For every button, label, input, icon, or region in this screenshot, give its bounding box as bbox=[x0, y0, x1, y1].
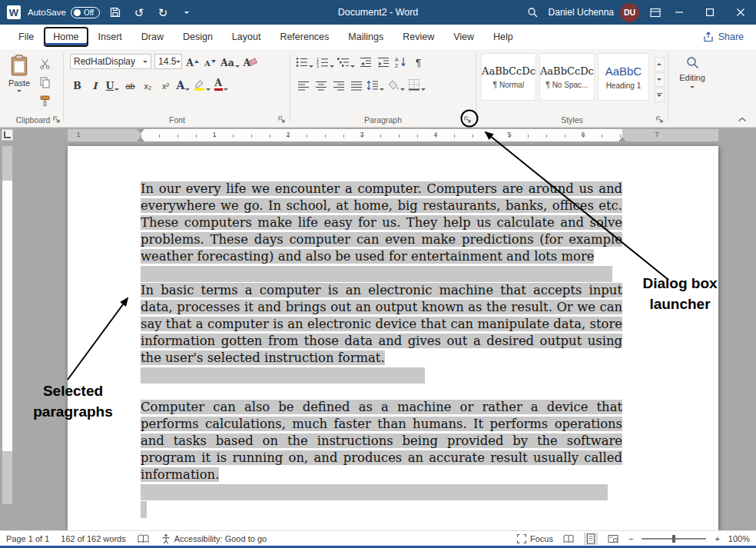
focus-button[interactable]: Focus bbox=[516, 533, 553, 544]
styles-more-button[interactable] bbox=[655, 88, 665, 102]
style-normal[interactable]: AaBbCcDc ¶ Normal bbox=[481, 53, 536, 101]
zoom-level[interactable]: 100% bbox=[728, 534, 750, 543]
tab-stop-selector[interactable] bbox=[2, 129, 13, 141]
user-name[interactable]: Daniel Uchenna bbox=[549, 7, 614, 18]
text-effects-button[interactable]: A bbox=[176, 77, 191, 92]
style-no-spacing[interactable]: AaBbCcDc ¶ No Spac... bbox=[539, 53, 595, 101]
superscript-button[interactable]: x² bbox=[158, 77, 173, 92]
undo-button[interactable]: ↺ bbox=[131, 3, 148, 22]
text-highlight-button[interactable] bbox=[194, 77, 211, 92]
align-right-button[interactable] bbox=[331, 77, 346, 92]
strikethrough-button[interactable]: ab bbox=[123, 77, 138, 92]
copy-button[interactable] bbox=[37, 76, 52, 89]
redo-button[interactable]: ↻ bbox=[154, 3, 171, 22]
print-layout-button[interactable] bbox=[584, 533, 598, 545]
tab-help[interactable]: Help bbox=[484, 26, 522, 48]
numbering-button[interactable]: 123 bbox=[317, 54, 334, 69]
align-center-button[interactable] bbox=[313, 77, 328, 92]
underline-button[interactable]: U bbox=[105, 77, 120, 92]
tab-home[interactable]: Home bbox=[44, 27, 88, 47]
proofing-button[interactable] bbox=[138, 533, 149, 544]
decrease-indent-button[interactable] bbox=[358, 54, 373, 69]
quick-access-more-button[interactable] bbox=[178, 3, 195, 22]
subscript-button[interactable]: x₂ bbox=[141, 77, 155, 92]
word-count[interactable]: 162 of 162 words bbox=[61, 534, 125, 543]
web-layout-button[interactable] bbox=[606, 533, 620, 545]
horizontal-ruler[interactable]: 1 1 2 3 4 5 6 7 bbox=[68, 129, 718, 141]
avatar[interactable]: DU bbox=[620, 3, 639, 22]
styles-scroll-up-button[interactable] bbox=[655, 57, 665, 71]
read-mode-button[interactable] bbox=[562, 533, 575, 545]
show-formatting-marks-button[interactable]: ¶ bbox=[411, 54, 426, 69]
font-size-combobox[interactable]: 14.5 bbox=[154, 54, 182, 69]
paragraph-dialog-launcher[interactable] bbox=[463, 115, 472, 125]
autosave-state: Off bbox=[84, 8, 94, 17]
paragraph-2[interactable]: In basic terms a computer is an electron… bbox=[141, 282, 622, 367]
share-button[interactable]: Share bbox=[703, 32, 756, 42]
vertical-ruler[interactable] bbox=[2, 146, 12, 504]
italic-button[interactable]: I bbox=[88, 77, 102, 92]
increase-indent-button[interactable] bbox=[376, 54, 390, 69]
right-indent-marker[interactable] bbox=[618, 137, 626, 141]
bullets-button[interactable] bbox=[296, 54, 313, 69]
document-page[interactable]: In our every life we encounter a compute… bbox=[68, 146, 718, 530]
styles-group: AaBbCcDc ¶ Normal AaBbCcDc ¶ No Spac... … bbox=[478, 49, 666, 126]
maximize-button[interactable] bbox=[695, 0, 725, 25]
tab-mailings[interactable]: Mailings bbox=[339, 26, 393, 48]
tab-file[interactable]: File bbox=[9, 26, 43, 48]
tab-references[interactable]: References bbox=[270, 26, 338, 48]
tab-review[interactable]: Review bbox=[393, 26, 443, 48]
tab-draw[interactable]: Draw bbox=[132, 26, 173, 48]
cut-button[interactable] bbox=[37, 58, 52, 71]
paragraph-1[interactable]: In our every life we encounter a compute… bbox=[141, 181, 622, 265]
styles-scroll-down-button[interactable] bbox=[655, 72, 665, 87]
zoom-slider-thumb[interactable] bbox=[672, 535, 675, 543]
zoom-slider[interactable] bbox=[642, 538, 706, 540]
editing-button[interactable]: Editing bbox=[670, 49, 715, 88]
tab-design[interactable]: Design bbox=[174, 26, 222, 48]
tab-view[interactable]: View bbox=[444, 26, 483, 48]
line-spacing-button[interactable] bbox=[366, 77, 384, 92]
clipboard-dialog-launcher[interactable] bbox=[51, 115, 61, 125]
minimize-button[interactable] bbox=[664, 0, 695, 25]
word-app-icon[interactable]: W bbox=[7, 5, 21, 19]
bold-button[interactable]: B bbox=[70, 77, 85, 92]
search-button[interactable] bbox=[524, 3, 541, 22]
format-painter-button[interactable] bbox=[37, 95, 52, 108]
shrink-font-button[interactable]: A bbox=[203, 54, 217, 69]
justify-button[interactable] bbox=[349, 77, 363, 92]
zoom-in-button[interactable]: + bbox=[715, 534, 719, 543]
font-color-button[interactable]: A bbox=[214, 77, 228, 92]
font-dialog-launcher[interactable] bbox=[277, 115, 287, 125]
styles-group-label: Styles bbox=[478, 115, 666, 125]
autosave-toggle[interactable]: AutoSave Off bbox=[28, 7, 100, 18]
collapse-ribbon-button[interactable] bbox=[738, 117, 747, 122]
selected-text[interactable]: In basic terms a computer is an electron… bbox=[141, 283, 622, 365]
borders-button[interactable] bbox=[408, 77, 426, 92]
sort-button[interactable]: AZ bbox=[393, 54, 408, 69]
selected-text[interactable]: Computer can also be defined as a machin… bbox=[141, 400, 622, 482]
hanging-indent-marker[interactable] bbox=[137, 137, 144, 141]
clear-formatting-button[interactable]: A bbox=[243, 54, 257, 69]
grow-font-button[interactable]: A bbox=[185, 54, 200, 69]
shading-button[interactable] bbox=[387, 77, 405, 92]
styles-dialog-launcher[interactable] bbox=[655, 115, 665, 125]
chevron-down-icon bbox=[400, 88, 405, 91]
paragraph-3[interactable]: Computer can also be defined as a machin… bbox=[141, 399, 622, 483]
selected-text[interactable]: In our every life we encounter a compute… bbox=[141, 181, 622, 264]
ribbon-display-options-button[interactable] bbox=[647, 3, 664, 22]
tab-insert[interactable]: Insert bbox=[89, 26, 131, 48]
font-name-combobox[interactable]: RedHatDisplay bbox=[70, 54, 151, 69]
paste-button[interactable]: Paste bbox=[3, 53, 35, 108]
multilevel-list-button[interactable] bbox=[337, 54, 355, 69]
first-line-indent-marker[interactable] bbox=[137, 129, 144, 134]
tab-layout[interactable]: Layout bbox=[223, 26, 270, 48]
zoom-out-button[interactable]: − bbox=[628, 534, 633, 543]
save-button[interactable] bbox=[107, 3, 124, 22]
align-left-button[interactable] bbox=[296, 77, 310, 92]
accessibility-status[interactable]: Accessibility: Good to go bbox=[161, 533, 267, 544]
change-case-button[interactable]: Aa bbox=[220, 54, 240, 69]
style-heading-1[interactable]: AaBbC Heading 1 bbox=[598, 53, 649, 101]
close-button[interactable] bbox=[725, 0, 756, 25]
page-indicator[interactable]: Page 1 of 1 bbox=[6, 534, 49, 543]
